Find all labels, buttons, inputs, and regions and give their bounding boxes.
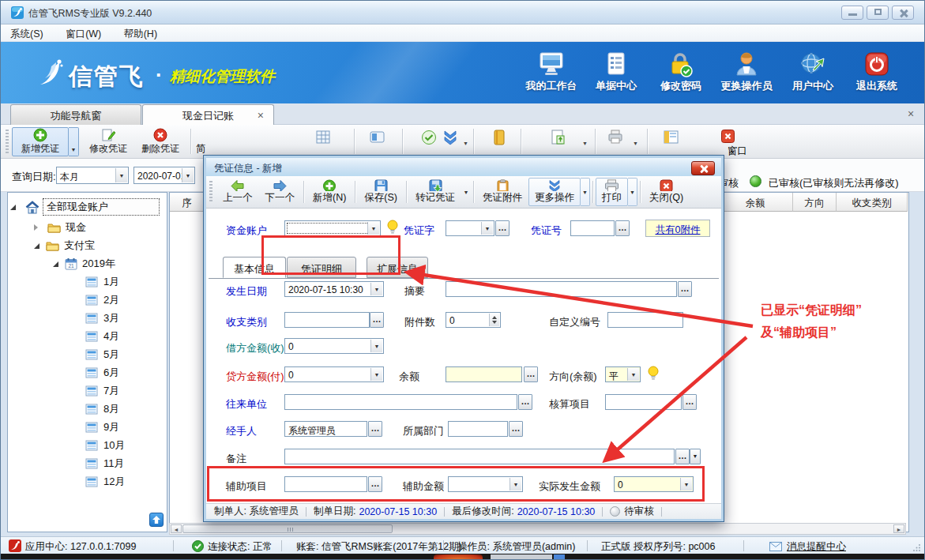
scroll-left-button[interactable]: ◄ — [171, 524, 182, 533]
expand-icon[interactable] — [10, 205, 16, 210]
grid-header-balance[interactable]: 余额 — [718, 193, 793, 212]
attachments-count-button[interactable]: 共有0附件 — [645, 220, 710, 237]
credit-combo[interactable]: 0 ▼ — [284, 366, 384, 382]
print-caret[interactable]: ▼ — [628, 178, 637, 206]
tree-node-cash[interactable]: 现金 — [34, 220, 86, 235]
combo-caret-icon[interactable]: ▼ — [115, 168, 127, 182]
grid-horizontal-scrollbar[interactable]: ◄ ► — [169, 523, 906, 535]
counterparty-input[interactable] — [284, 394, 517, 410]
combo-caret-icon[interactable]: ▼ — [367, 222, 379, 235]
balance-input[interactable] — [446, 366, 522, 382]
resize-grip[interactable] — [913, 543, 921, 551]
menu-window[interactable]: 窗口(W) — [56, 24, 111, 41]
more-actions-button[interactable]: 更多操作 — [528, 178, 581, 206]
tree-node-month[interactable]: 1月 — [85, 274, 119, 290]
close-button[interactable] — [892, 6, 914, 20]
delete-voucher-button[interactable]: 删除凭证 — [135, 127, 186, 156]
tab-close-icon[interactable]: × — [258, 111, 264, 120]
message-center-link[interactable]: 消息提醒中心 — [787, 540, 846, 554]
summary-lookup-button[interactable]: … — [678, 281, 692, 297]
department-input[interactable] — [448, 421, 508, 437]
remark-dropdown-button[interactable]: ▼ — [690, 449, 701, 464]
dropdown-caret[interactable]: ▼ — [463, 141, 468, 146]
tree-node-alipay[interactable]: 支付宝 — [34, 238, 95, 254]
print-button[interactable]: 打印 — [596, 178, 628, 206]
tree-node-month[interactable]: 11月 — [85, 456, 125, 472]
banner-action-user-center[interactable]: 用户中心 — [780, 51, 846, 93]
save-button[interactable]: 保存(S) — [358, 178, 404, 206]
remark-input[interactable] — [284, 449, 675, 464]
accounting-item-lookup-button[interactable]: … — [682, 394, 697, 410]
edit-voucher-button[interactable]: 修改凭证 — [83, 127, 133, 156]
voucher-word-lookup-button[interactable]: … — [495, 220, 510, 236]
tree-node-month[interactable]: 5月 — [85, 347, 119, 363]
combo-caret-icon[interactable]: ▼ — [182, 168, 194, 182]
category-lookup-button[interactable]: … — [370, 312, 384, 328]
grid-header-category[interactable]: 收支类别 — [837, 193, 908, 212]
next-record-button[interactable]: 下一个 — [259, 178, 302, 206]
tree-node-month[interactable]: 7月 — [85, 383, 119, 399]
balance-lookup-button[interactable]: … — [524, 366, 538, 382]
maximize-button[interactable] — [867, 6, 889, 20]
expand-icon[interactable] — [34, 243, 39, 249]
voucher-no-lookup-button[interactable]: … — [615, 220, 630, 236]
banner-action-exit[interactable]: 退出系统 — [844, 51, 910, 93]
handler-lookup-button[interactable]: … — [368, 421, 382, 437]
attach-count-stepper[interactable]: 0 — [446, 312, 501, 328]
transfer-dropdown-caret[interactable]: ▼ — [461, 178, 471, 206]
prev-record-button[interactable]: 上一个 — [216, 178, 259, 206]
dialog-close-action-button[interactable]: 关闭(Q) — [643, 178, 690, 206]
handler-input[interactable]: 系统管理员 — [284, 421, 367, 437]
direction-combo[interactable]: 平 ▼ — [605, 366, 641, 382]
dropdown-caret[interactable]: ▼ — [582, 141, 588, 146]
banner-action-documents[interactable]: 单据中心 — [583, 51, 649, 93]
scrollbar-thumb[interactable] — [182, 524, 393, 533]
voucher-word-combo[interactable]: ▼ — [446, 220, 494, 236]
tree-node-month[interactable]: 4月 — [85, 329, 119, 344]
expand-icon[interactable] — [53, 261, 58, 267]
combo-caret-icon[interactable]: ▼ — [370, 340, 382, 352]
combo-caret-icon[interactable]: ▼ — [370, 283, 382, 295]
dialog-close-button[interactable] — [691, 161, 715, 175]
query-date-combo[interactable]: 2020-07-01 ▼ — [133, 167, 195, 184]
tree-node-month[interactable]: 12月 — [85, 474, 125, 490]
banner-action-password[interactable]: 修改密码 — [648, 51, 714, 93]
collapse-icon[interactable] — [34, 224, 38, 231]
spinner-buttons[interactable] — [489, 314, 499, 326]
tree-scroll-top-button[interactable] — [149, 513, 164, 527]
tree-node-month[interactable]: 3月 — [85, 310, 119, 326]
date-combo[interactable]: 2020-07-15 10:30 ▼ — [284, 281, 384, 297]
scroll-right-button[interactable]: ► — [893, 524, 904, 533]
tree-node-all-accounts[interactable]: 全部现金账户 — [10, 199, 160, 215]
new-button[interactable]: 新增(N) — [306, 178, 352, 206]
category-input[interactable] — [284, 312, 370, 328]
tab-cash-journal[interactable]: 现金日记账 × — [142, 104, 274, 125]
more-actions-caret[interactable]: ▼ — [581, 178, 590, 206]
tabbar-close-icon[interactable]: × — [908, 109, 914, 118]
remark-lookup-button[interactable]: … — [675, 449, 690, 464]
counterparty-lookup-button[interactable]: … — [518, 394, 532, 410]
tree-node-year-2019[interactable]: 21 2019年 — [53, 256, 115, 272]
banner-action-switch-user[interactable]: 更换操作员 — [713, 51, 780, 93]
voucher-attachment-button[interactable]: 凭证附件 — [476, 178, 528, 206]
add-voucher-button[interactable]: 新增凭证 — [12, 127, 69, 156]
grid-header-direction[interactable]: 方向 — [793, 193, 837, 212]
menu-system[interactable]: 系统(S) — [1, 24, 53, 41]
banner-action-workbench[interactable]: 我的工作台 — [518, 51, 585, 93]
tree-node-month[interactable]: 6月 — [85, 365, 119, 381]
transfer-voucher-button[interactable]: 转记凭证 — [409, 178, 461, 206]
tab-nav-window[interactable]: 功能导航窗 — [10, 104, 141, 125]
accounting-item-input[interactable] — [605, 394, 682, 410]
voucher-no-input[interactable] — [570, 220, 615, 236]
debit-combo[interactable]: 0 ▼ — [284, 338, 384, 354]
dropdown-caret[interactable]: ▼ — [633, 141, 638, 146]
combo-caret-icon[interactable]: ▼ — [481, 222, 493, 235]
account-combo[interactable]: ▼ — [284, 220, 381, 236]
grid-header-seq[interactable]: 序 — [170, 193, 205, 212]
combo-caret-icon[interactable]: ▼ — [627, 368, 639, 381]
tree-node-month[interactable]: 9月 — [85, 419, 119, 435]
department-lookup-button[interactable]: … — [509, 421, 523, 437]
tree-node-month[interactable]: 8月 — [85, 401, 119, 417]
tree-node-month[interactable]: 10月 — [85, 438, 125, 453]
add-voucher-dropdown[interactable]: ▼ — [69, 127, 79, 156]
